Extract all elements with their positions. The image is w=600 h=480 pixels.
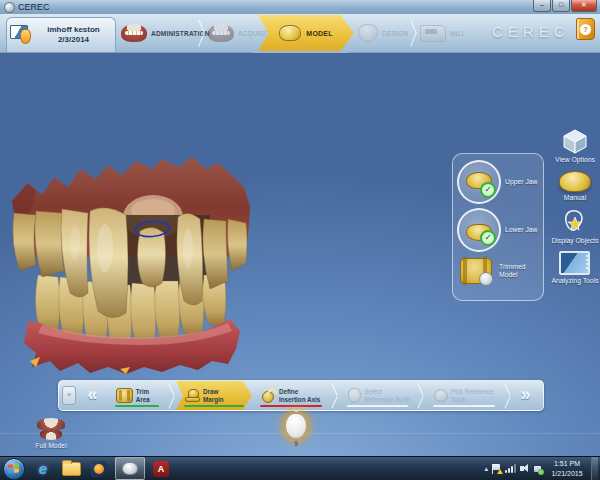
- full-jaw-icon: [37, 418, 65, 440]
- full-model-button[interactable]: Full Model: [20, 418, 82, 449]
- pick-tooth-icon: [434, 389, 448, 402]
- selected-tooth-icon: [286, 414, 306, 438]
- chevron-up-icon: [293, 409, 300, 413]
- step-draw-margin[interactable]: Draw Margin: [176, 381, 252, 410]
- internet-explorer-icon: e: [39, 460, 47, 477]
- denture-icon: [121, 24, 147, 42]
- check-icon: ✓: [480, 182, 496, 198]
- status-underline: [184, 405, 244, 407]
- view-options-button[interactable]: View Options: [555, 128, 595, 164]
- minimize-button[interactable]: –: [533, 0, 551, 12]
- step-trim-area[interactable]: Trim Area: [107, 381, 167, 410]
- status-underline: [433, 405, 495, 407]
- volume-icon[interactable]: [520, 464, 529, 473]
- patient-date: 2/3/2014: [32, 35, 115, 45]
- action-center-icon[interactable]: [492, 464, 501, 474]
- help-button[interactable]: ?: [576, 18, 595, 40]
- step-back-button[interactable]: «: [78, 383, 106, 408]
- step-select-reference-tooth: Select Reference Tooth: [339, 381, 416, 410]
- lower-jaw-button[interactable]: ✓ Lower Jaw: [457, 208, 539, 252]
- windows-taskbar: e A ▴ 1:51 PM 1/21/2015: [0, 456, 600, 480]
- reference-tooth-icon: [348, 388, 361, 403]
- hidden-icons-button[interactable]: ▴: [484, 465, 488, 472]
- upper-jaw-icon: ✓: [457, 160, 501, 204]
- internet-explorer-button[interactable]: e: [31, 458, 55, 479]
- network-icon[interactable]: [505, 464, 516, 473]
- maximize-button[interactable]: □: [552, 0, 570, 12]
- milling-machine-icon: [420, 25, 446, 42]
- view-tool-column: View Options Manual Display Objects Anal…: [551, 128, 599, 285]
- step-define-insertion-axis[interactable]: Define Insertion Axis: [252, 381, 330, 410]
- denture-icon: [208, 24, 234, 42]
- taskbar-clock[interactable]: 1:51 PM 1/21/2015: [547, 459, 587, 478]
- show-desktop-button[interactable]: [591, 457, 598, 480]
- cerec-app-icon: [122, 462, 138, 475]
- folder-icon: [62, 462, 81, 476]
- check-icon: ✓: [480, 230, 496, 246]
- start-button[interactable]: [3, 458, 25, 480]
- trimmed-model-button[interactable]: Trimmed Model: [457, 256, 539, 286]
- cube-icon: [562, 128, 588, 154]
- step-toolbar: « « Trim Area Draw Margin Define Inserti…: [58, 380, 544, 411]
- tooth-star-icon: [561, 209, 589, 235]
- tooth-number: 9: [294, 440, 298, 447]
- model-viewport[interactable]: ✓ Upper Jaw ✓ Lower Jaw Trimmed Model: [0, 53, 600, 457]
- cerec-logo: CEREC: [492, 23, 570, 40]
- insertion-axis-icon: [261, 389, 276, 402]
- windows-flag-icon: [8, 463, 19, 473]
- gold-model-icon: [279, 25, 301, 41]
- tooth-indicator[interactable]: 9: [279, 409, 313, 447]
- step-forward-button[interactable]: »: [512, 383, 540, 408]
- toolbar-collapse-button[interactable]: «: [62, 386, 76, 405]
- close-button[interactable]: ✕: [571, 0, 597, 12]
- trim-area-icon: [116, 388, 133, 403]
- display-objects-button[interactable]: Display Objects: [551, 209, 598, 245]
- step-separator: [503, 384, 512, 408]
- upper-jaw-button[interactable]: ✓ Upper Jaw: [457, 160, 539, 204]
- manual-button[interactable]: Manual: [559, 171, 591, 202]
- gold-model-icon: [559, 171, 591, 192]
- media-player-icon: [91, 461, 107, 477]
- app-icon: [4, 2, 15, 13]
- tooth-mesh-icon: [358, 24, 378, 42]
- lower-jaw-icon: ✓: [457, 208, 501, 252]
- adobe-reader-icon: A: [153, 461, 169, 477]
- jaw-select-panel: ✓ Upper Jaw ✓ Lower Jaw Trimmed Model: [452, 153, 544, 301]
- clock-date: 1/21/2015: [547, 469, 587, 478]
- monitor-chart-icon: [559, 251, 590, 275]
- system-tray: ▴ 1:51 PM 1/21/2015: [484, 457, 600, 480]
- status-underline: [347, 405, 408, 407]
- tab-design: DESIGN: [358, 14, 408, 52]
- cerec-taskbar-button[interactable]: [115, 457, 145, 480]
- draw-margin-icon: [185, 389, 200, 402]
- step-pick-reference-tooth: Pick Reference Tooth: [425, 381, 503, 410]
- usb-eject-icon[interactable]: [533, 464, 543, 474]
- phase-navbar: imhoff keston 2/3/2014 ADMINISTRATION AC…: [0, 14, 600, 53]
- media-player-button[interactable]: [87, 458, 111, 479]
- status-underline: [115, 405, 159, 407]
- window-titlebar: CEREC – □ ✕: [0, 0, 600, 15]
- file-explorer-button[interactable]: [59, 458, 83, 479]
- step-separator: [330, 384, 339, 408]
- step-separator: [167, 384, 176, 408]
- analyzing-tools-button[interactable]: Analyzing Tools: [551, 251, 598, 285]
- patient-tab[interactable]: imhoff keston 2/3/2014: [6, 17, 116, 52]
- teeth-3d-model[interactable]: [2, 153, 260, 375]
- tab-mill: MILL: [420, 14, 465, 52]
- tab-model[interactable]: MODEL: [258, 15, 354, 51]
- window-title: CEREC: [18, 2, 50, 12]
- patient-database-icon: [10, 25, 32, 45]
- tab-separator: [197, 19, 207, 47]
- desktop: CEREC – □ ✕ imhoff keston 2/3/2014 ADMIN…: [0, 0, 600, 480]
- clock-time: 1:51 PM: [547, 459, 587, 468]
- step-separator: [416, 384, 425, 408]
- adobe-reader-button[interactable]: A: [149, 458, 173, 479]
- trimmed-model-icon: [457, 256, 495, 286]
- tab-separator: [409, 19, 419, 47]
- question-mark-icon: ?: [580, 24, 591, 35]
- status-underline: [260, 405, 322, 407]
- patient-name: imhoff keston: [32, 25, 115, 35]
